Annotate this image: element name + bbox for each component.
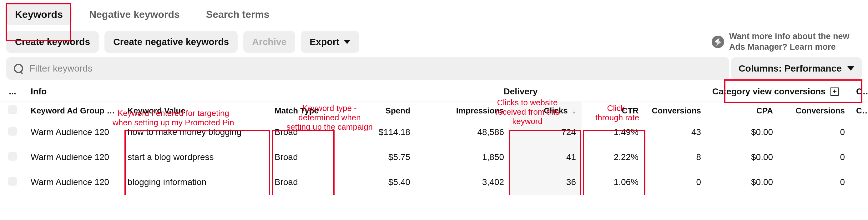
cell-impressions: 48,586 [416,120,510,145]
cell-cpa-2 [850,120,868,145]
cell-ctr: 1.49% [582,120,644,145]
cell-match-type: Broad [269,145,335,170]
cell-conversions: 0 [644,170,707,195]
cell-clicks: 41 [510,145,582,170]
col-clicks-label: Clicks [544,106,568,115]
cell-conversions-2: 0 [779,120,850,145]
cell-impressions: 3,402 [416,170,510,195]
col-cpa-2[interactable]: CPA [850,101,868,120]
cell-spend: $5.40 [335,170,416,195]
tabs-row: Keywords Negative keywords Search terms [0,0,868,30]
cell-impressions: 1,850 [416,145,510,170]
tab-negative-keywords[interactable]: Negative keywords [80,4,189,25]
select-all-header[interactable] [0,101,25,120]
cell-ctr: 1.06% [582,170,644,195]
filter-input-wrap[interactable] [6,57,729,80]
row-checkbox[interactable] [0,170,25,195]
filter-bar: Columns: Performance [6,57,862,80]
keywords-table: ... Info Delivery Category view conversi… [0,82,868,195]
cell-clicks: 36 [510,170,582,195]
search-icon [14,64,23,73]
ads-manager-info-link[interactable]: Want more info about the new Ads Manager… [712,31,862,53]
cell-cpa-2 [850,170,868,195]
tab-keywords[interactable]: Keywords [6,4,72,25]
group-header-category-view: Category view conversions + [707,82,850,101]
cell-keyword-value: blogging information [122,170,269,195]
archive-button[interactable]: Archive [243,31,295,53]
cell-conversions-2: 0 [779,170,850,195]
chevron-down-icon [344,40,350,44]
checkbox-icon [8,152,17,161]
group-header-checkout: Chec [850,82,868,101]
checkbox-icon [8,177,17,186]
col-match-type[interactable]: Match Type [269,101,335,120]
cell-cpa: $0.00 [707,145,779,170]
group-header-delivery: Delivery [335,82,707,101]
col-conversions-2[interactable]: Conversions [779,101,850,120]
table-column-header-row: Keyword Ad Group Nam Keyword Value Match… [0,101,868,120]
cell-match-type: Broad [269,120,335,145]
cell-conversions-2: 0 [779,145,850,170]
cell-ad-group: Warm Audience 120 [25,145,122,170]
compass-icon [712,36,724,48]
table-group-header-row: ... Info Delivery Category view conversi… [0,82,868,101]
columns-selector-label: Columns: Performance [739,63,842,74]
col-spend[interactable]: Spend [335,101,416,120]
cell-cpa: $0.00 [707,120,779,145]
expand-icon[interactable]: + [831,88,839,96]
col-ctr[interactable]: CTR [582,101,644,120]
cell-spend: $5.75 [335,145,416,170]
cell-ad-group: Warm Audience 120 [25,120,122,145]
row-actions-header[interactable]: ... [0,82,25,101]
col-cpa[interactable]: CPA [707,101,779,120]
cell-spend: $114.18 [335,120,416,145]
col-ad-group[interactable]: Keyword Ad Group Nam [25,101,122,120]
sort-descending-icon: ↓ [572,106,576,116]
cell-keyword-value: start a blog wordpress [122,145,269,170]
group-header-category-view-label: Category view conversions [712,87,826,96]
create-negative-keywords-button[interactable]: Create negative keywords [104,31,238,53]
table-row[interactable]: Warm Audience 120blogging informationBro… [0,170,868,195]
filter-keywords-input[interactable] [29,63,722,74]
chevron-down-icon [847,66,854,71]
row-checkbox[interactable] [0,120,25,145]
cell-keyword-value: how to make money blogging [122,120,269,145]
table-row[interactable]: Warm Audience 120how to make money blogg… [0,120,868,145]
checkbox-icon [8,105,17,114]
cell-clicks: 724 [510,120,582,145]
table-row[interactable]: Warm Audience 120start a blog wordpressB… [0,145,868,170]
export-button[interactable]: Export [301,31,359,53]
keywords-table-wrap: ... Info Delivery Category view conversi… [0,82,868,195]
col-keyword-value[interactable]: Keyword Value [122,101,269,120]
export-label: Export [310,37,339,47]
columns-selector-button[interactable]: Columns: Performance [731,57,862,80]
cell-ctr: 2.22% [582,145,644,170]
cell-conversions: 8 [644,145,707,170]
cell-conversions: 43 [644,120,707,145]
info-cta-text: Want more info about the new Ads Manager… [729,31,862,53]
tab-search-terms[interactable]: Search terms [197,4,278,25]
cell-match-type: Broad [269,170,335,195]
col-conversions[interactable]: Conversions [644,101,707,120]
cell-cpa: $0.00 [707,170,779,195]
cell-cpa-2 [850,145,868,170]
cell-ad-group: Warm Audience 120 [25,170,122,195]
col-clicks[interactable]: Clicks ↓ [510,101,582,120]
group-header-info: Info [25,82,335,101]
row-checkbox[interactable] [0,145,25,170]
col-impressions[interactable]: Impressions [416,101,510,120]
actions-row: Create keywords Create negative keywords… [0,30,868,57]
checkbox-icon [8,127,17,136]
create-keywords-button[interactable]: Create keywords [6,31,99,53]
